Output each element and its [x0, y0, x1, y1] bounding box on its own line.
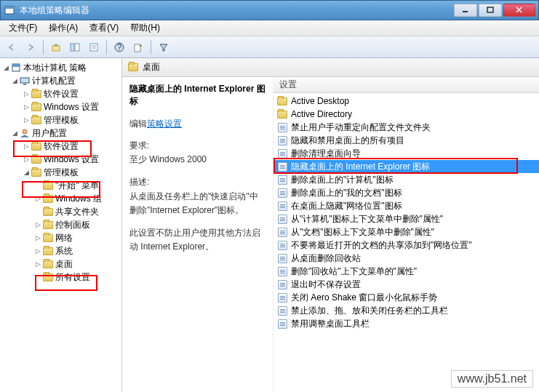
tree-uc-windows[interactable]: ▷Windows 设置: [0, 153, 121, 166]
tree-desktop[interactable]: ▷桌面: [0, 257, 121, 271]
list-item-label: 在桌面上隐藏"网络位置"图标: [291, 200, 402, 212]
expand-icon[interactable]: ◢: [22, 169, 31, 176]
list-item[interactable]: 禁用调整桌面工具栏: [274, 317, 539, 330]
expand-icon[interactable]: ▷: [22, 143, 31, 150]
list-item-label: 删除清理桌面向导: [291, 148, 361, 160]
list-item[interactable]: 删除桌面上的"计算机"图标: [274, 173, 539, 186]
back-button[interactable]: [3, 39, 20, 56]
expand-icon[interactable]: ▷: [33, 234, 42, 241]
folder-icon: [276, 95, 288, 107]
menu-view[interactable]: 查看(V): [84, 20, 124, 36]
content-header-title: 桌面: [143, 61, 160, 73]
expand-icon[interactable]: ▷: [33, 221, 42, 228]
list-item[interactable]: 删除桌面上的"我的文档"图标: [274, 186, 539, 199]
policy-icon: [10, 62, 22, 73]
svg-rect-7: [71, 44, 74, 51]
tree-windows-comp[interactable]: ▷Windows 组: [0, 192, 121, 205]
list-item[interactable]: Active Directory: [274, 108, 539, 121]
list-item[interactable]: 退出时不保存设置: [274, 278, 539, 291]
svg-rect-1: [5, 7, 14, 9]
list-item[interactable]: 删除清理桌面向导: [274, 147, 539, 160]
tree-uc-software[interactable]: ▷软件设置: [0, 140, 121, 153]
menu-action[interactable]: 操作(A): [43, 20, 84, 36]
list-item[interactable]: 禁止用户手动重定向配置文件文件夹: [274, 121, 539, 134]
expand-icon[interactable]: ▷: [33, 195, 42, 202]
list-item-label: 禁用调整桌面工具栏: [291, 318, 370, 330]
tree-cc-admin[interactable]: ▷管理模板: [0, 113, 121, 127]
list-item[interactable]: 从"计算机"图标上下文菜单中删除"属性": [274, 212, 539, 225]
menu-help[interactable]: 帮助(H): [124, 20, 166, 36]
folder-icon: [31, 167, 42, 178]
minimize-button[interactable]: [454, 4, 477, 17]
list-item[interactable]: 在桌面上隐藏"网络位置"图标: [274, 199, 539, 212]
svg-rect-14: [135, 44, 140, 52]
list-item[interactable]: 关闭 Aero Shake 窗口最小化鼠标手势: [274, 291, 539, 304]
content-body: 隐藏桌面上的 Internet Explorer 图标 编辑策略设置 要求: 至…: [122, 77, 539, 392]
svg-point-19: [23, 129, 27, 134]
filter-button[interactable]: [155, 39, 172, 56]
toolbar-separator: [106, 40, 107, 55]
forward-button[interactable]: [22, 39, 39, 56]
help-button[interactable]: ?: [111, 39, 128, 56]
tree-network[interactable]: ▷网络: [0, 231, 121, 244]
tree-shared-folders[interactable]: 共享文件夹: [0, 205, 121, 218]
tree-label: Windows 组: [55, 193, 102, 205]
export-button[interactable]: [129, 39, 147, 56]
expand-icon[interactable]: ▷: [22, 90, 31, 97]
tree-system[interactable]: ▷系统: [0, 244, 121, 257]
up-button[interactable]: [47, 39, 65, 56]
setting-icon: [276, 252, 288, 264]
tree-start-menu[interactable]: "开始" 菜单: [0, 179, 121, 192]
list-item[interactable]: 从"文档"图标上下文菜单中删除"属性": [274, 225, 539, 239]
list-item-label: 退出时不保存设置: [291, 279, 361, 291]
expand-icon[interactable]: ▷: [22, 116, 31, 124]
content-header: 桌面: [122, 58, 539, 77]
tree-uc-admin[interactable]: ◢管理模板: [0, 166, 121, 179]
folder-icon: [31, 101, 42, 113]
list-item[interactable]: 删除"回收站"上下文菜单的"属性": [274, 265, 539, 278]
edit-policy-link[interactable]: 策略设置: [147, 119, 182, 129]
tree-root[interactable]: ◢ 本地计算机 策略: [0, 61, 121, 74]
tree-computer-config[interactable]: ◢ 计算机配置: [0, 74, 121, 87]
expand-icon[interactable]: ◢: [10, 77, 19, 84]
list-item[interactable]: Active Desktop: [274, 95, 539, 108]
folder-icon: [276, 108, 288, 120]
list-item[interactable]: 隐藏和禁用桌面上的所有项目: [274, 134, 539, 147]
close-button[interactable]: [503, 4, 535, 17]
tree-all-settings[interactable]: 所有设置: [0, 271, 121, 284]
maximize-button[interactable]: [479, 4, 502, 17]
svg-rect-16: [12, 64, 20, 67]
tree-label: 软件设置: [44, 88, 79, 100]
list-items: Active DesktopActive Directory禁止用户手动重定向配…: [274, 93, 539, 332]
tree-cc-software[interactable]: ▷软件设置: [0, 87, 121, 100]
folder-icon: [42, 232, 54, 244]
list-item[interactable]: 不要将最近打开的文档的共享添加到"网络位置": [274, 239, 539, 252]
list-item[interactable]: 从桌面删除回收站: [274, 252, 539, 265]
tree-user-config[interactable]: ◢ 用户配置: [0, 127, 121, 140]
tree-label: 系统: [55, 245, 73, 257]
list-header[interactable]: 设置: [274, 77, 539, 93]
properties-button[interactable]: [85, 39, 103, 56]
main-area: ◢ 本地计算机 策略 ◢ 计算机配置 ▷软件设置 ▷Windows 设置 ▷管理…: [0, 58, 539, 392]
expand-icon[interactable]: ▷: [33, 260, 42, 268]
expand-icon[interactable]: ◢: [1, 64, 10, 71]
requirement-value: 至少 Windows 2000: [129, 154, 207, 164]
expand-icon[interactable]: ▷: [33, 247, 42, 255]
expand-icon[interactable]: ▷: [22, 103, 31, 111]
setting-title: 隐藏桌面上的 Internet Explorer 图标: [129, 83, 265, 108]
show-hide-tree-button[interactable]: [66, 39, 84, 56]
toolbar: ?: [0, 36, 539, 58]
list-item-label: 隐藏和禁用桌面上的所有项目: [291, 135, 404, 147]
expand-icon[interactable]: ◢: [10, 129, 19, 137]
tree-label: 软件设置: [44, 140, 79, 153]
expand-icon[interactable]: ▷: [22, 156, 31, 163]
menu-file[interactable]: 文件(F): [3, 20, 43, 36]
list-item[interactable]: 隐藏桌面上的 Internet Explorer 图标: [274, 160, 539, 173]
list-item[interactable]: 禁止添加、拖、放和关闭任务栏的工具栏: [274, 304, 539, 317]
list-item-label: Active Directory: [291, 109, 352, 119]
tree-cc-windows[interactable]: ▷Windows 设置: [0, 100, 121, 113]
svg-rect-9: [90, 44, 97, 51]
list-item-label: 不要将最近打开的文档的共享添加到"网络位置": [291, 239, 472, 252]
requirement-label: 要求:: [129, 140, 149, 151]
tree-control-panel[interactable]: ▷控制面板: [0, 218, 121, 231]
